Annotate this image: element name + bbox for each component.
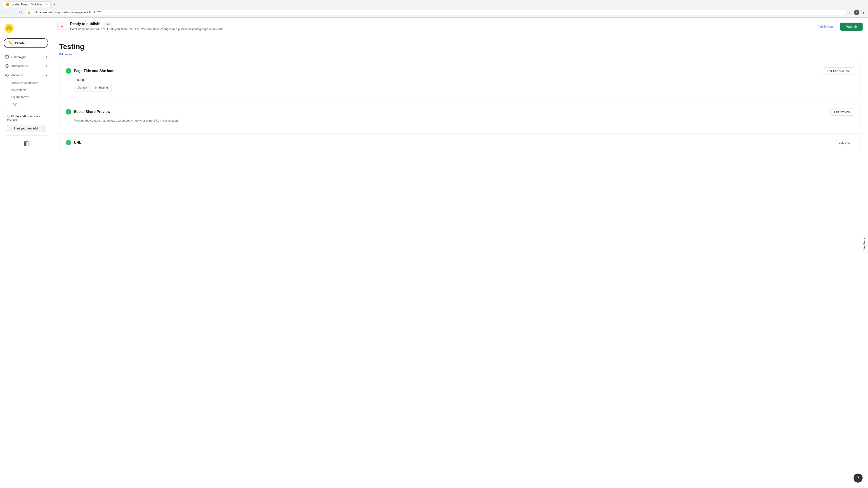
edit-name-link[interactable]: Edit name: [59, 53, 72, 56]
edit-url-button[interactable]: Edit URL: [835, 139, 854, 147]
back-button[interactable]: ←: [3, 9, 8, 15]
feedback-tab[interactable]: Feedback: [861, 235, 868, 253]
social-share-section-card: ✓ Social Share Preview Edit Preview Mana…: [59, 103, 861, 128]
page-title-section-heading: Page Title and Site Icon: [74, 69, 114, 73]
sidebar-item-campaigns[interactable]: Campaigns ▾: [0, 53, 52, 61]
sidebar-item-audience[interactable]: Audience ▴: [0, 70, 52, 79]
tab-close-icon[interactable]: ×: [46, 3, 47, 6]
check-circle-url: ✓: [66, 140, 71, 145]
tab-spin-icon: ↻: [94, 86, 97, 90]
create-label: Create: [15, 41, 25, 45]
heart-calendar-icon: 💌: [59, 24, 64, 29]
audience-label: Audience: [11, 73, 24, 77]
signup-forms-label: Signup forms: [11, 95, 29, 99]
section-header-url: ✓ URL Edit URL: [66, 139, 854, 147]
refresh-button[interactable]: ↻: [18, 9, 23, 15]
section-title-group-social: ✓ Social Share Preview: [66, 109, 110, 115]
tab-preview: Default ↻ Testing: [74, 84, 112, 92]
url-heading: URL: [74, 140, 81, 144]
sidebar: 🐵 ✏️ Create Campaigns ▾: [0, 18, 52, 153]
browser-action-buttons: ☆ S ⋮: [848, 10, 865, 15]
section-body-title-icon: Testing Default ↻ Testing: [66, 78, 854, 92]
start-trial-button[interactable]: Start your free trial: [7, 125, 45, 132]
svg-rect-7: [26, 141, 28, 146]
page-title-section-card: ✓ Page Title and Site Icon Edit Title An…: [59, 62, 861, 97]
browser-chrome: Landing Pages | Mailchimp × + ← → ↻ 🔒 ☆ …: [0, 0, 868, 18]
social-share-heading: Social Share Preview: [74, 110, 110, 114]
draft-badge: Draft: [103, 22, 112, 26]
trial-days: 90 days left: [11, 115, 26, 118]
audience-chevron-icon: ▴: [46, 73, 47, 76]
automations-chevron-icon: ▾: [46, 64, 47, 68]
forward-button[interactable]: →: [10, 9, 16, 15]
section-body-social: Manage the content that appears when you…: [66, 119, 854, 122]
automations-icon: [4, 64, 9, 68]
section-header-title-icon: ✓ Page Title and Site Icon Edit Title An…: [66, 67, 854, 75]
url-section-card: ✓ URL Edit URL: [59, 133, 861, 152]
finish-later-button[interactable]: Finish later: [814, 23, 837, 30]
banner-heart-icon: 💌: [57, 22, 66, 31]
tab-favicon: [6, 3, 9, 6]
svg-rect-2: [5, 56, 8, 58]
svg-point-4: [6, 74, 7, 75]
address-bar[interactable]: 🔒: [25, 10, 847, 15]
new-tab-button[interactable]: +: [52, 2, 57, 7]
section-header-social: ✓ Social Share Preview Edit Preview: [66, 108, 854, 116]
browser-tab-active[interactable]: Landing Pages | Mailchimp ×: [3, 1, 51, 7]
automations-label: Automations: [11, 64, 28, 68]
section-title-group-url: ✓ URL: [66, 140, 81, 145]
tab-default-item: Default: [74, 84, 91, 91]
svg-point-5: [7, 74, 8, 75]
ready-to-publish-heading: Ready to publish!: [70, 22, 100, 26]
section-title-group: ✓ Page Title and Site Icon: [66, 68, 114, 74]
browser-menu-icon[interactable]: ⋮: [862, 10, 865, 14]
app-container: 🐵 ✏️ Create Campaigns ▾: [0, 18, 868, 488]
sidebar-subitem-tags[interactable]: Tags: [0, 101, 52, 107]
page-title-value: Testing: [74, 78, 854, 82]
tab-active-item: ↻ Testing: [91, 84, 112, 91]
campaigns-chevron-icon: ▾: [46, 55, 47, 59]
audience-dashboard-label: Audience dashboard: [11, 81, 38, 85]
check-circle-social: ✓: [66, 109, 71, 115]
mailchimp-logo-icon: 🐵: [4, 24, 13, 33]
panel-toggle-icon[interactable]: [23, 141, 29, 147]
publish-button[interactable]: Publish: [840, 23, 863, 31]
security-lock-icon: 🔒: [28, 11, 31, 14]
clock-icon: 🕐: [7, 115, 10, 118]
check-circle-title: ✓: [66, 68, 71, 74]
svg-text:🐵: 🐵: [6, 26, 12, 31]
address-input[interactable]: [33, 11, 844, 14]
incognito-badge: S: [854, 10, 860, 15]
sidebar-wrapper: 🐵 ✏️ Create Campaigns ▾: [0, 18, 52, 488]
tab-title: Landing Pages | Mailchimp: [11, 3, 43, 6]
main-content: 💌 Ready to publish! Draft Don't worry, n…: [52, 18, 868, 488]
campaigns-icon: [4, 55, 9, 59]
sidebar-logo: 🐵: [0, 22, 52, 38]
create-button[interactable]: ✏️ Create: [4, 38, 48, 48]
all-contacts-label: All contacts: [11, 88, 26, 92]
trial-text: 🕐 90 days left to access a free trial.: [7, 115, 45, 122]
profile-icon[interactable]: S: [854, 10, 860, 15]
browser-tab-bar: Landing Pages | Mailchimp × +: [0, 0, 868, 7]
browser-toolbar: ← → ↻ 🔒 ☆ S ⋮: [0, 7, 868, 17]
bookmarks-icon[interactable]: ☆: [848, 10, 852, 14]
sidebar-subitem-signup-forms[interactable]: Signup forms: [0, 94, 52, 101]
edit-title-and-icon-button[interactable]: Edit Title And Icon: [823, 67, 854, 75]
banner-title-row: Ready to publish! Draft: [70, 22, 810, 26]
svg-rect-6: [24, 141, 26, 146]
banner-text-group: Ready to publish! Draft Don't worry, no …: [70, 22, 810, 31]
browser-nav-controls: ← → ↻: [3, 9, 23, 15]
help-button[interactable]: ?: [854, 474, 863, 483]
social-description: Manage the content that appears when you…: [74, 119, 854, 122]
sidebar-subitem-audience-dashboard[interactable]: Audience dashboard: [0, 79, 52, 87]
audience-icon: [4, 73, 9, 77]
edit-preview-button[interactable]: Edit Preview: [830, 108, 854, 116]
banner-description: Don't worry, no one will see it until yo…: [70, 27, 810, 31]
publish-banner: 💌 Ready to publish! Draft Don't worry, n…: [52, 18, 868, 35]
trial-box: 🕐 90 days left to access a free trial. S…: [4, 111, 48, 135]
pencil-icon: ✏️: [8, 41, 13, 45]
sidebar-item-automations[interactable]: Automations ▾: [0, 61, 52, 70]
campaigns-label: Campaigns: [11, 55, 26, 59]
page-title: Testing: [59, 42, 861, 51]
sidebar-subitem-all-contacts[interactable]: All contacts: [0, 87, 52, 94]
